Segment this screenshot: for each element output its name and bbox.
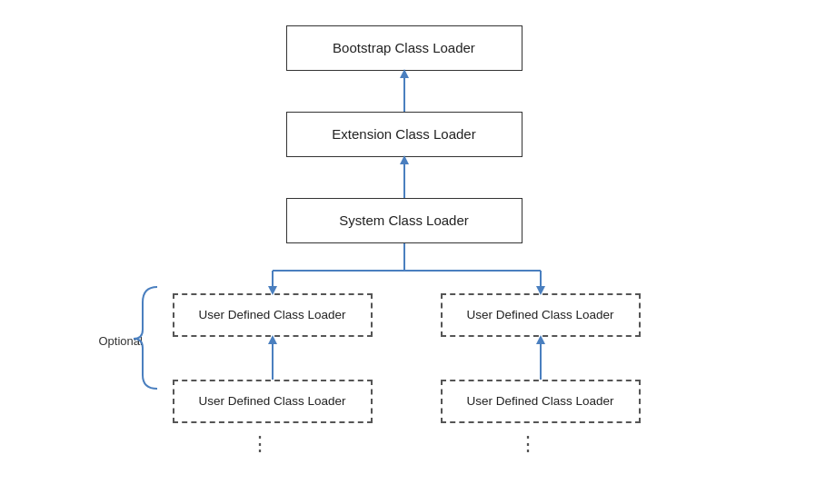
dots-left: ⋮ bbox=[250, 432, 273, 456]
class-loader-diagram: Bootstrap Class Loader Extension Class L… bbox=[95, 16, 731, 489]
system-label: System Class Loader bbox=[339, 212, 469, 228]
user-bottom-left-label: User Defined Class Loader bbox=[198, 394, 345, 408]
user-top-left-label: User Defined Class Loader bbox=[198, 308, 345, 321]
extension-class-loader-box: Extension Class Loader bbox=[286, 112, 522, 157]
user-defined-bottom-right-box: User Defined Class Loader bbox=[441, 380, 641, 423]
user-top-right-label: User Defined Class Loader bbox=[466, 308, 613, 321]
extension-label: Extension Class Loader bbox=[332, 126, 475, 142]
user-defined-bottom-left-box: User Defined Class Loader bbox=[173, 380, 373, 423]
user-defined-top-left-box: User Defined Class Loader bbox=[173, 293, 373, 337]
bootstrap-label: Bootstrap Class Loader bbox=[333, 40, 475, 55]
dots-right: ⋮ bbox=[518, 432, 541, 456]
optional-label: Optional bbox=[99, 334, 143, 348]
bootstrap-class-loader-box: Bootstrap Class Loader bbox=[286, 25, 522, 71]
user-bottom-right-label: User Defined Class Loader bbox=[466, 394, 613, 408]
system-class-loader-box: System Class Loader bbox=[286, 198, 522, 243]
user-defined-top-right-box: User Defined Class Loader bbox=[441, 293, 641, 337]
